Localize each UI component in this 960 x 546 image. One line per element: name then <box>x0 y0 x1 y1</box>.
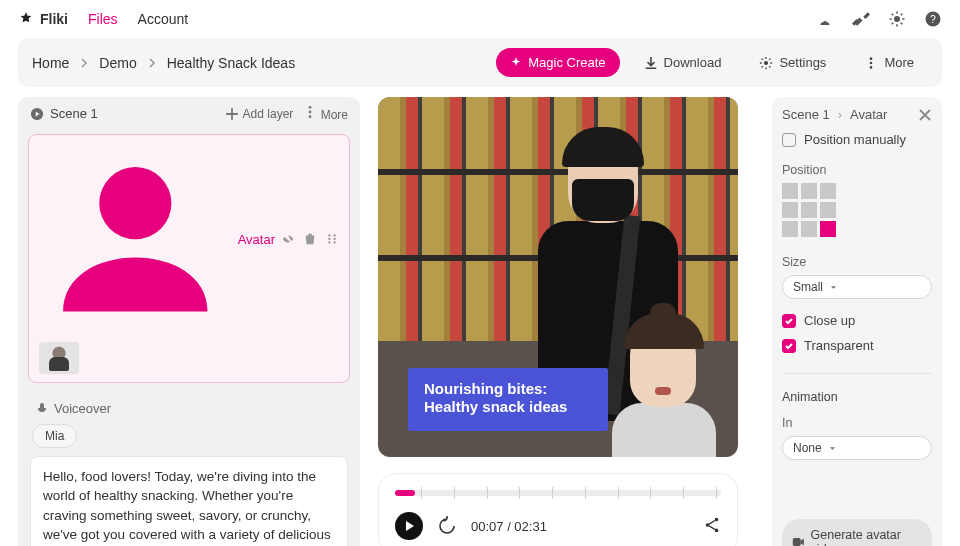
scene-title: Scene 1 <box>50 106 98 121</box>
svg-point-23 <box>715 528 719 532</box>
settings-button[interactable]: Settings <box>745 48 840 77</box>
video-preview[interactable]: Nourishing bites: Healthy snack ideas <box>378 97 738 457</box>
animation-section-label: Animation <box>782 390 932 404</box>
brand-logo-icon <box>18 11 34 27</box>
timecode: 00:07 / 02:31 <box>471 519 547 534</box>
voice-chip[interactable]: Mia <box>32 424 77 448</box>
position-cell-5[interactable] <box>820 202 836 218</box>
position-cell-6[interactable] <box>782 221 798 237</box>
sparkle-icon <box>510 57 522 69</box>
position-grid <box>782 183 932 237</box>
chevron-down-icon <box>828 444 837 453</box>
script-textbox[interactable]: Hello, food lovers! Today, we're diving … <box>30 456 348 546</box>
mic-icon <box>36 402 48 414</box>
drag-handle-icon[interactable] <box>325 232 339 246</box>
share-icon <box>703 516 721 534</box>
animation-in-label: In <box>782 416 932 430</box>
position-cell-1[interactable] <box>801 183 817 199</box>
replay-button[interactable] <box>437 516 457 536</box>
closeup-label: Close up <box>804 313 855 328</box>
more-button[interactable]: More <box>850 48 928 77</box>
svg-point-15 <box>328 242 330 244</box>
more-vertical-icon <box>303 105 317 119</box>
panel-crumb-scene[interactable]: Scene 1 <box>782 107 830 122</box>
video-caption: Nourishing bites: Healthy snack ideas <box>408 368 608 432</box>
position-manually-checkbox[interactable] <box>782 133 796 147</box>
help-icon[interactable]: ? <box>924 10 942 28</box>
svg-point-0 <box>894 16 900 22</box>
brand: Fliki <box>18 11 68 27</box>
play-button[interactable] <box>395 512 423 540</box>
chevron-down-icon <box>829 283 838 292</box>
svg-rect-24 <box>793 538 801 546</box>
position-cell-4[interactable] <box>801 202 817 218</box>
position-cell-0[interactable] <box>782 183 798 199</box>
avatar-layer-card[interactable]: Avatar <box>28 134 350 383</box>
theme-icon[interactable] <box>888 10 906 28</box>
svg-point-21 <box>706 523 710 527</box>
position-section-label: Position <box>782 163 932 177</box>
position-cell-8[interactable] <box>820 221 836 237</box>
svg-point-4 <box>870 57 873 60</box>
visibility-off-icon[interactable] <box>281 232 295 246</box>
svg-text:?: ? <box>930 13 936 25</box>
add-layer-button[interactable]: Add layer <box>225 107 294 121</box>
scene-panel: Scene 1 Add layer More Avatar <box>18 97 360 546</box>
avatar-overlay <box>606 307 726 457</box>
crumb-demo[interactable]: Demo <box>99 55 136 71</box>
delete-icon[interactable] <box>303 232 317 246</box>
trending-icon[interactable] <box>816 10 834 28</box>
svg-point-13 <box>328 238 330 240</box>
svg-point-14 <box>333 238 335 240</box>
transparent-label: Transparent <box>804 338 874 353</box>
position-cell-3[interactable] <box>782 202 798 218</box>
size-select[interactable]: Small <box>782 275 932 299</box>
crumb-home[interactable]: Home <box>32 55 69 71</box>
breadcrumb: Home Demo Healthy Snack Ideas <box>32 55 295 71</box>
person-icon <box>39 143 232 336</box>
transparent-checkbox[interactable] <box>782 339 796 353</box>
chevron-right-icon <box>79 58 89 68</box>
seek-bar[interactable] <box>395 484 721 502</box>
svg-point-10 <box>309 115 312 118</box>
avatar-thumbnail[interactable] <box>39 342 79 374</box>
position-cell-2[interactable] <box>820 183 836 199</box>
nav-account[interactable]: Account <box>138 11 189 27</box>
play-icon <box>403 520 415 532</box>
gear-icon <box>759 56 773 70</box>
voiceover-label: Voiceover <box>54 401 111 416</box>
voiceover-layer-card: Voiceover Mia Hello, food lovers! Today,… <box>28 393 350 546</box>
plus-icon <box>225 107 239 121</box>
animation-in-select[interactable]: None <box>782 436 932 460</box>
panel-crumb-avatar: Avatar <box>850 107 887 122</box>
player-bar: 00:07 / 02:31 <box>378 473 738 546</box>
svg-point-8 <box>309 106 312 109</box>
download-button[interactable]: Download <box>630 48 736 77</box>
svg-point-12 <box>333 235 335 237</box>
svg-point-22 <box>715 517 719 521</box>
magic-create-button[interactable]: Magic Create <box>496 48 619 77</box>
play-circle-icon[interactable] <box>30 107 44 121</box>
avatar-layer-label: Avatar <box>238 232 275 247</box>
closeup-checkbox[interactable] <box>782 314 796 328</box>
more-vertical-icon <box>864 56 878 70</box>
share-button[interactable] <box>703 516 721 537</box>
generate-avatar-button[interactable]: Generate avatar video <box>782 519 932 546</box>
video-icon <box>792 535 805 546</box>
properties-panel: Scene 1 › Avatar Position manually Posit… <box>772 97 942 546</box>
svg-point-9 <box>309 111 312 114</box>
tools-icon[interactable] <box>852 10 870 28</box>
svg-point-6 <box>870 66 873 69</box>
breadcrumb-bar: Home Demo Healthy Snack Ideas Magic Crea… <box>18 38 942 87</box>
position-manually-label: Position manually <box>804 132 906 147</box>
scene-more-button[interactable]: More <box>303 105 348 122</box>
position-cell-7[interactable] <box>801 221 817 237</box>
download-icon <box>644 56 658 70</box>
chevron-right-icon <box>147 58 157 68</box>
close-icon[interactable] <box>918 108 932 122</box>
svg-point-3 <box>764 60 768 64</box>
nav-files[interactable]: Files <box>88 11 118 27</box>
chevron-right-icon: › <box>838 107 842 122</box>
svg-point-5 <box>870 61 873 64</box>
svg-point-11 <box>328 235 330 237</box>
